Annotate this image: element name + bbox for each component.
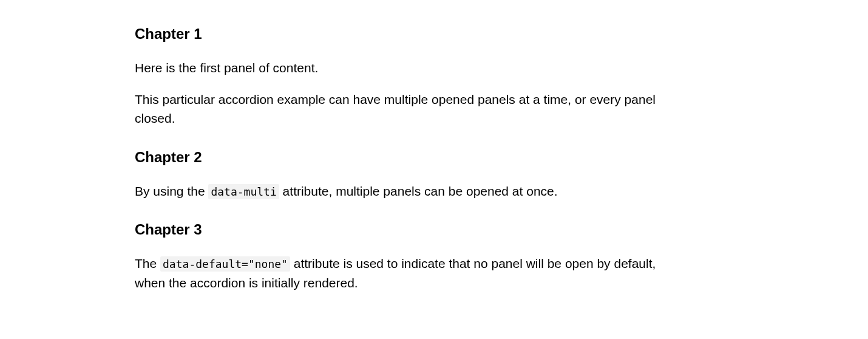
chapter-1-paragraph-2: This particular accordion example can ha… (135, 90, 663, 128)
text-span: This particular accordion example can ha… (135, 92, 656, 126)
chapter-3-heading: Chapter 3 (135, 219, 663, 241)
chapter-1-heading: Chapter 1 (135, 23, 663, 45)
chapter-1-paragraph-1: Here is the first panel of content. (135, 58, 663, 78)
text-span: By using the (135, 184, 208, 198)
code-span: data-multi (208, 184, 279, 199)
text-span: attribute, multiple panels can be opened… (279, 184, 558, 198)
chapter-2-paragraph-1: By using the data-multi attribute, multi… (135, 182, 663, 201)
document-content: Chapter 1 Here is the first panel of con… (135, 23, 663, 292)
text-span: The (135, 256, 160, 270)
chapter-2-heading: Chapter 2 (135, 146, 663, 168)
code-span: data-default="none" (160, 256, 290, 272)
text-span: Here is the first panel of content. (135, 61, 318, 75)
chapter-3-paragraph-1: The data-default="none" attribute is use… (135, 254, 663, 292)
